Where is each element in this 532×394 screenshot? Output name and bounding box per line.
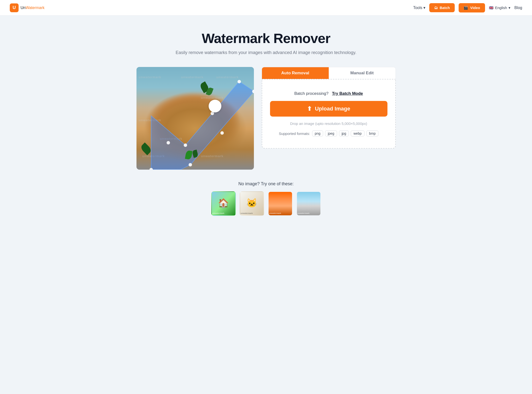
cat-emoji: 🐱 <box>246 198 257 208</box>
svg-point-7 <box>220 131 224 135</box>
upload-panel: Auto Removal Manual Edit Batch processin… <box>262 67 396 149</box>
content-area: unwatermark unwatermark unwatermark unwa… <box>136 67 396 170</box>
samples-label: No image? Try one of these: <box>238 181 294 186</box>
upload-image-button[interactable]: ⬆ Upload Image <box>270 101 387 117</box>
svg-point-8 <box>189 163 192 166</box>
sample-image-house[interactable]: 🏠 unwatermark <box>211 191 236 216</box>
language-selector[interactable]: 🇬🇧 English ▾ <box>489 6 510 10</box>
nav-actions: Tools ▾ 🗂 Batch 🎬 Video 🇬🇧 English ▾ Blo… <box>413 3 522 12</box>
watermark-overlay: unwatermark <box>181 75 204 79</box>
try-batch-mode-link[interactable]: Try Batch Mode <box>332 91 363 96</box>
drop-hint-text: Drop an image (upto resolution 5,000×5,0… <box>290 121 367 126</box>
road-bg <box>297 192 320 215</box>
format-jpg: jpg <box>339 131 349 136</box>
tab-auto-removal[interactable]: Auto Removal <box>262 67 329 79</box>
samples-section: No image? Try one of these: 🏠 unwatermar… <box>136 181 396 216</box>
tools-menu[interactable]: Tools ▾ <box>413 5 425 10</box>
svg-point-2 <box>167 141 170 144</box>
format-bmp: bmp <box>366 131 378 136</box>
watermark-overlay: unwatermark <box>160 137 182 141</box>
logo-icon: U <box>10 3 19 12</box>
watermark-overlay: unwatermark <box>139 118 161 122</box>
logo[interactable]: U UnWatermark <box>10 3 45 12</box>
tab-manual-edit[interactable]: Manual Edit <box>329 67 396 79</box>
svg-marker-0 <box>151 82 254 170</box>
layers-icon: 🗂 <box>434 6 438 10</box>
watermark-overlay: unwatermark <box>201 154 224 158</box>
watermark-overlay: unwatermark <box>216 75 239 79</box>
svg-point-6 <box>252 90 254 93</box>
sample-image-road[interactable]: unwatermark <box>296 191 321 216</box>
demo-image-bg: unwatermark unwatermark unwatermark unwa… <box>136 67 254 170</box>
sample-image-sunset[interactable]: unwatermark <box>268 191 293 216</box>
sample-watermark-text: unwatermark <box>241 212 253 214</box>
leaf-decoration <box>192 150 198 158</box>
batch-processing-hint: Batch processing? Try Batch Mode <box>294 91 363 96</box>
svg-point-5 <box>238 80 241 83</box>
blog-link[interactable]: Blog <box>514 6 522 10</box>
flag-icon: 🇬🇧 <box>489 6 494 10</box>
svg-point-1 <box>149 168 153 170</box>
mode-tabs: Auto Removal Manual Edit <box>262 67 396 79</box>
format-jpeg: jpeg <box>325 131 337 136</box>
format-webp: webp <box>351 131 364 136</box>
sample-watermark-text: unwatermark <box>269 212 281 214</box>
logo-text: UnWatermark <box>21 6 45 10</box>
demo-image: unwatermark unwatermark unwatermark unwa… <box>136 67 254 170</box>
video-button[interactable]: 🎬 Video <box>459 3 485 12</box>
sample-watermark-text: unwatermark <box>212 212 225 214</box>
page-title: Watermark Remover <box>202 30 330 46</box>
sunset-bg <box>269 192 292 215</box>
svg-point-3 <box>184 143 187 147</box>
sample-image-cat[interactable]: 🐱 unwatermark <box>240 191 264 216</box>
supported-formats: Supported formats: png jpeg jpg webp bmp <box>279 131 378 136</box>
upload-dropzone[interactable]: Batch processing? Try Batch Mode ⬆ Uploa… <box>262 79 396 149</box>
batch-button[interactable]: 🗂 Batch <box>429 3 455 12</box>
navbar: U UnWatermark Tools ▾ 🗂 Batch 🎬 Video 🇬🇧… <box>0 0 532 16</box>
video-icon: 🎬 <box>464 6 468 10</box>
svg-point-4 <box>211 112 214 115</box>
upload-icon: ⬆ <box>307 105 312 112</box>
sample-watermark-text: unwatermark <box>297 212 310 214</box>
leaf-decoration <box>185 150 192 160</box>
page-subtitle: Easily remove watermarks from your image… <box>176 50 356 55</box>
selection-handle <box>209 100 221 112</box>
samples-grid: 🏠 unwatermark 🐱 unwatermark unwatermark … <box>211 191 321 216</box>
watermark-overlay: unwatermark <box>201 96 224 99</box>
leaf-decoration <box>139 142 152 155</box>
format-png: png <box>312 131 323 136</box>
watermark-overlay: unwatermark <box>142 154 165 158</box>
main-content: Watermark Remover Easily remove watermar… <box>132 16 401 235</box>
watermark-overlay: unwatermark <box>139 75 161 79</box>
house-emoji: 🏠 <box>218 198 229 208</box>
